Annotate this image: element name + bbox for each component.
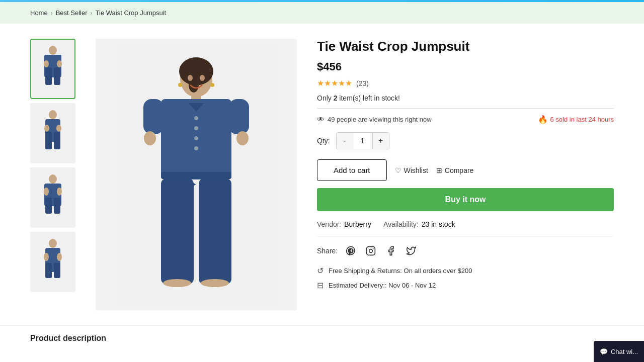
rating-row: ★★★★★ (23): [317, 78, 614, 88]
chat-widget[interactable]: 💬 Chat wi...: [594, 341, 644, 351]
svg-point-14: [49, 174, 57, 184]
thumbnail-1[interactable]: [30, 39, 75, 99]
chat-icon: 💬: [600, 348, 608, 351]
svg-rect-3: [54, 67, 60, 85]
social-proof: 👁 49 people are viewing this right now 🔥…: [317, 115, 614, 124]
svg-point-18: [44, 188, 49, 196]
svg-point-8: [49, 110, 57, 119]
stock-number: 2: [334, 94, 338, 102]
qty-control: - +: [336, 132, 389, 149]
review-count: (23): [356, 79, 369, 87]
qty-input[interactable]: [353, 133, 373, 149]
vendor-label: Vendor:: [317, 220, 341, 228]
compare-label: Compare: [445, 166, 474, 174]
svg-point-20: [49, 239, 57, 248]
main-product-image: [96, 39, 297, 310]
svg-point-47: [188, 75, 193, 81]
svg-point-45: [163, 279, 191, 287]
viewing-count: 👁 49 people are viewing this right now: [317, 115, 432, 124]
qty-plus-button[interactable]: +: [373, 133, 389, 149]
sold-text: 6 sold in last 24 hours: [550, 116, 614, 123]
svg-rect-40: [229, 99, 249, 134]
heart-icon: ♡: [395, 166, 401, 174]
qty-minus-button[interactable]: -: [337, 133, 353, 149]
product-description-label: Product description: [30, 334, 106, 342]
breadcrumb-home[interactable]: Home: [30, 9, 48, 17]
breadcrumb-current: Tie Waist Crop Jumpsuit: [96, 9, 167, 17]
divider-2: [317, 236, 614, 237]
thumbnail-2[interactable]: [30, 103, 75, 163]
svg-rect-2: [45, 67, 52, 85]
svg-rect-11: [54, 132, 60, 149]
shipping-info: ↺ Free Shipping & Returns: On all orders…: [317, 266, 614, 290]
svg-point-33: [194, 116, 198, 120]
instagram-button[interactable]: [364, 244, 378, 258]
breadcrumb: Home › Best Seller › Tie Waist Crop Jump…: [0, 2, 644, 24]
breadcrumb-sep-1: ›: [51, 10, 53, 17]
free-shipping-row: ↺ Free Shipping & Returns: On all orders…: [317, 266, 614, 276]
svg-rect-10: [45, 132, 52, 149]
delivery-row: ⊟ Estimated Delivery:: Nov 06 - Nov 12: [317, 281, 614, 290]
delivery-icon: ⊟: [317, 281, 324, 290]
sold-badge: 🔥 6 sold in last 24 hours: [538, 115, 614, 124]
svg-point-6: [44, 60, 49, 67]
svg-rect-37: [161, 172, 231, 179]
svg-rect-51: [367, 247, 375, 255]
vendor-item: Vendor: Burberry: [317, 220, 371, 228]
svg-point-50: [210, 83, 214, 87]
product-price: $456: [317, 60, 614, 73]
svg-point-19: [57, 188, 62, 196]
product-description-bar: Product description: [0, 325, 644, 351]
svg-point-25: [57, 253, 62, 261]
facebook-button[interactable]: [384, 244, 398, 258]
svg-point-24: [44, 253, 49, 261]
svg-point-42: [236, 131, 249, 145]
svg-point-7: [57, 60, 62, 67]
svg-point-48: [200, 75, 205, 81]
thumbnail-3[interactable]: [30, 167, 75, 228]
svg-point-49: [178, 83, 182, 87]
svg-rect-39: [143, 99, 164, 134]
svg-point-46: [201, 279, 229, 287]
compare-icon: ⊞: [436, 166, 442, 174]
svg-point-12: [44, 125, 49, 132]
svg-rect-17: [54, 198, 60, 214]
svg-rect-44: [199, 178, 231, 284]
compare-button[interactable]: ⊞ Compare: [436, 166, 474, 174]
add-to-cart-button[interactable]: Add to cart: [317, 159, 387, 181]
thumbnail-list: [30, 39, 75, 310]
vendor-value: Burberry: [344, 220, 371, 228]
share-label: Share:: [317, 247, 338, 255]
svg-rect-22: [45, 263, 52, 278]
pinterest-button[interactable]: [344, 244, 358, 258]
svg-point-53: [373, 248, 374, 249]
availability-label: Availability:: [383, 220, 419, 228]
breadcrumb-bestseller[interactable]: Best Seller: [56, 9, 88, 17]
availability-value: 23 in stock: [422, 220, 455, 228]
breadcrumb-sep-2: ›: [91, 10, 93, 17]
svg-point-34: [194, 126, 198, 130]
svg-rect-16: [45, 198, 52, 214]
svg-rect-43: [161, 178, 194, 284]
main-content: Tie Waist Crop Jumpsuit $456 ★★★★★ (23) …: [0, 24, 644, 325]
svg-point-0: [49, 46, 57, 55]
stock-notice: Only 2 item(s) left in stock!: [317, 94, 614, 102]
twitter-button[interactable]: [404, 244, 418, 258]
free-shipping-text: Free Shipping & Returns: On all orders o…: [329, 267, 472, 275]
delivery-text: Estimated Delivery:: Nov 06 - Nov 12: [329, 282, 436, 289]
chat-label: Chat wi...: [611, 348, 638, 351]
availability-item: Availability: 23 in stock: [383, 220, 455, 228]
buy-now-button[interactable]: Buy it now: [317, 188, 614, 211]
fire-icon: 🔥: [538, 115, 548, 124]
quantity-row: Qty: - +: [317, 132, 614, 149]
svg-point-41: [144, 131, 156, 145]
svg-point-35: [194, 136, 198, 140]
share-row: Share:: [317, 244, 614, 258]
product-details: Tie Waist Crop Jumpsuit $456 ★★★★★ (23) …: [317, 39, 614, 310]
svg-rect-23: [54, 263, 60, 278]
star-rating: ★★★★★: [317, 78, 352, 88]
qty-label: Qty:: [317, 137, 330, 145]
wishlist-button[interactable]: ♡ Wishlist: [395, 166, 428, 174]
thumbnail-4[interactable]: [30, 232, 75, 292]
shipping-icon: ↺: [317, 266, 324, 276]
